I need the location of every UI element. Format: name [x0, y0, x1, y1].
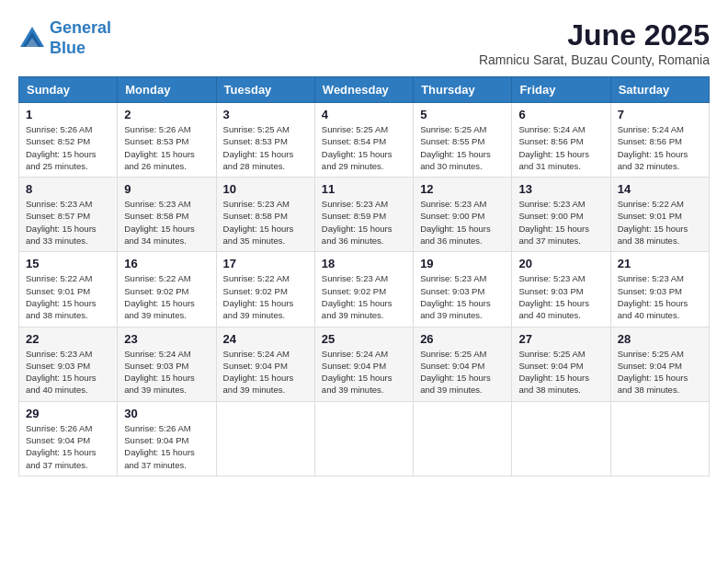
- day-number: 1: [26, 108, 110, 121]
- calendar-day-cell: 3Sunrise: 5:25 AM Sunset: 8:53 PM Daylig…: [216, 103, 314, 178]
- calendar-day-cell: 27Sunrise: 5:25 AM Sunset: 9:04 PM Dayli…: [512, 327, 610, 401]
- day-number: 6: [518, 108, 603, 121]
- day-info: Sunrise: 5:25 AM Sunset: 9:04 PM Dayligh…: [618, 348, 702, 396]
- calendar-day-cell: 18Sunrise: 5:23 AM Sunset: 9:02 PM Dayli…: [314, 252, 413, 327]
- day-number: 22: [26, 332, 110, 346]
- calendar-day-cell: 28Sunrise: 5:25 AM Sunset: 9:04 PM Dayli…: [610, 327, 709, 401]
- day-info: Sunrise: 5:23 AM Sunset: 8:58 PM Dayligh…: [124, 198, 209, 247]
- day-info: Sunrise: 5:24 AM Sunset: 9:04 PM Dayligh…: [322, 348, 406, 396]
- calendar-day-cell: 8Sunrise: 5:23 AM Sunset: 8:57 PM Daylig…: [19, 178, 118, 252]
- day-number: 5: [420, 108, 505, 121]
- day-number: 23: [124, 332, 209, 346]
- calendar-week-row: 29Sunrise: 5:26 AM Sunset: 9:04 PM Dayli…: [19, 401, 710, 476]
- calendar-empty-cell: [610, 401, 709, 476]
- day-info: Sunrise: 5:23 AM Sunset: 8:57 PM Dayligh…: [26, 198, 110, 247]
- day-number: 26: [420, 332, 505, 346]
- day-info: Sunrise: 5:25 AM Sunset: 9:04 PM Dayligh…: [518, 348, 603, 396]
- calendar-week-row: 22Sunrise: 5:23 AM Sunset: 9:03 PM Dayli…: [19, 327, 710, 401]
- day-number: 17: [223, 257, 308, 270]
- calendar-day-cell: 29Sunrise: 5:26 AM Sunset: 9:04 PM Dayli…: [19, 401, 118, 476]
- day-number: 29: [26, 407, 110, 420]
- day-info: Sunrise: 5:22 AM Sunset: 9:01 PM Dayligh…: [618, 198, 702, 247]
- day-number: 24: [223, 332, 308, 346]
- calendar-header-monday: Monday: [118, 77, 216, 103]
- calendar-week-row: 1Sunrise: 5:26 AM Sunset: 8:52 PM Daylig…: [19, 103, 710, 178]
- day-info: Sunrise: 5:22 AM Sunset: 9:02 PM Dayligh…: [124, 272, 209, 321]
- calendar-day-cell: 30Sunrise: 5:26 AM Sunset: 9:04 PM Dayli…: [118, 401, 216, 476]
- calendar-week-row: 15Sunrise: 5:22 AM Sunset: 9:01 PM Dayli…: [19, 252, 710, 327]
- calendar-empty-cell: [314, 401, 413, 476]
- day-number: 25: [322, 332, 406, 346]
- calendar-day-cell: 17Sunrise: 5:22 AM Sunset: 9:02 PM Dayli…: [216, 252, 314, 327]
- calendar-day-cell: 21Sunrise: 5:23 AM Sunset: 9:03 PM Dayli…: [610, 252, 709, 327]
- calendar-day-cell: 20Sunrise: 5:23 AM Sunset: 9:03 PM Dayli…: [512, 252, 610, 327]
- calendar-day-cell: 7Sunrise: 5:24 AM Sunset: 8:56 PM Daylig…: [610, 103, 709, 178]
- day-number: 20: [518, 257, 603, 270]
- calendar-day-cell: 14Sunrise: 5:22 AM Sunset: 9:01 PM Dayli…: [610, 178, 709, 252]
- day-number: 4: [322, 108, 406, 121]
- day-number: 16: [124, 257, 209, 270]
- day-number: 7: [618, 108, 702, 121]
- page-subtitle: Ramnicu Sarat, Buzau County, Romania: [479, 52, 710, 67]
- day-info: Sunrise: 5:26 AM Sunset: 8:52 PM Dayligh…: [26, 123, 110, 172]
- calendar-day-cell: 11Sunrise: 5:23 AM Sunset: 8:59 PM Dayli…: [314, 178, 413, 252]
- calendar-day-cell: 13Sunrise: 5:23 AM Sunset: 9:00 PM Dayli…: [512, 178, 610, 252]
- page-title: June 2025: [479, 18, 710, 52]
- calendar-day-cell: 16Sunrise: 5:22 AM Sunset: 9:02 PM Dayli…: [118, 252, 216, 327]
- logo-text: General Blue: [50, 18, 111, 58]
- day-info: Sunrise: 5:23 AM Sunset: 9:00 PM Dayligh…: [518, 198, 603, 247]
- calendar-day-cell: 4Sunrise: 5:25 AM Sunset: 8:54 PM Daylig…: [314, 103, 413, 178]
- day-info: Sunrise: 5:23 AM Sunset: 9:03 PM Dayligh…: [26, 348, 110, 396]
- logo-icon: [18, 25, 46, 52]
- day-info: Sunrise: 5:26 AM Sunset: 9:04 PM Dayligh…: [26, 422, 110, 471]
- calendar-week-row: 8Sunrise: 5:23 AM Sunset: 8:57 PM Daylig…: [19, 178, 710, 252]
- calendar-header-saturday: Saturday: [610, 77, 709, 103]
- calendar-day-cell: 19Sunrise: 5:23 AM Sunset: 9:03 PM Dayli…: [414, 252, 512, 327]
- day-number: 13: [518, 182, 603, 196]
- day-info: Sunrise: 5:23 AM Sunset: 9:03 PM Dayligh…: [618, 272, 702, 321]
- day-number: 11: [322, 182, 406, 196]
- day-info: Sunrise: 5:24 AM Sunset: 9:03 PM Dayligh…: [124, 348, 209, 396]
- day-info: Sunrise: 5:23 AM Sunset: 9:00 PM Dayligh…: [420, 198, 505, 247]
- day-info: Sunrise: 5:24 AM Sunset: 8:56 PM Dayligh…: [518, 123, 603, 172]
- calendar-day-cell: 12Sunrise: 5:23 AM Sunset: 9:00 PM Dayli…: [414, 178, 512, 252]
- day-info: Sunrise: 5:25 AM Sunset: 9:04 PM Dayligh…: [420, 348, 505, 396]
- day-number: 27: [518, 332, 603, 346]
- calendar-day-cell: 22Sunrise: 5:23 AM Sunset: 9:03 PM Dayli…: [19, 327, 118, 401]
- calendar-header-sunday: Sunday: [19, 77, 118, 103]
- day-number: 12: [420, 182, 505, 196]
- day-info: Sunrise: 5:23 AM Sunset: 8:58 PM Dayligh…: [223, 198, 308, 247]
- day-number: 8: [26, 182, 110, 196]
- page-header: General Blue June 2025 Ramnicu Sarat, Bu…: [18, 18, 710, 67]
- calendar-day-cell: 5Sunrise: 5:25 AM Sunset: 8:55 PM Daylig…: [414, 103, 512, 178]
- day-number: 3: [223, 108, 308, 121]
- calendar-day-cell: 6Sunrise: 5:24 AM Sunset: 8:56 PM Daylig…: [512, 103, 610, 178]
- day-number: 14: [618, 182, 702, 196]
- calendar-empty-cell: [414, 401, 512, 476]
- day-info: Sunrise: 5:25 AM Sunset: 8:55 PM Dayligh…: [420, 123, 505, 172]
- calendar-header-thursday: Thursday: [414, 77, 512, 103]
- calendar-day-cell: 9Sunrise: 5:23 AM Sunset: 8:58 PM Daylig…: [118, 178, 216, 252]
- calendar-day-cell: 23Sunrise: 5:24 AM Sunset: 9:03 PM Dayli…: [118, 327, 216, 401]
- day-info: Sunrise: 5:22 AM Sunset: 9:02 PM Dayligh…: [223, 272, 308, 321]
- day-info: Sunrise: 5:26 AM Sunset: 8:53 PM Dayligh…: [124, 123, 209, 172]
- calendar-empty-cell: [216, 401, 314, 476]
- calendar-header-wednesday: Wednesday: [314, 77, 413, 103]
- day-number: 2: [124, 108, 209, 121]
- day-info: Sunrise: 5:24 AM Sunset: 9:04 PM Dayligh…: [223, 348, 308, 396]
- day-number: 10: [223, 182, 308, 196]
- calendar-day-cell: 24Sunrise: 5:24 AM Sunset: 9:04 PM Dayli…: [216, 327, 314, 401]
- day-info: Sunrise: 5:25 AM Sunset: 8:53 PM Dayligh…: [223, 123, 308, 172]
- logo: General Blue: [18, 18, 111, 58]
- day-info: Sunrise: 5:22 AM Sunset: 9:01 PM Dayligh…: [26, 272, 110, 321]
- calendar-day-cell: 15Sunrise: 5:22 AM Sunset: 9:01 PM Dayli…: [19, 252, 118, 327]
- calendar-day-cell: 1Sunrise: 5:26 AM Sunset: 8:52 PM Daylig…: [19, 103, 118, 178]
- day-number: 18: [322, 257, 406, 270]
- calendar-header-tuesday: Tuesday: [216, 77, 314, 103]
- calendar-header-row: SundayMondayTuesdayWednesdayThursdayFrid…: [19, 77, 710, 103]
- day-info: Sunrise: 5:25 AM Sunset: 8:54 PM Dayligh…: [322, 123, 406, 172]
- calendar-empty-cell: [512, 401, 610, 476]
- calendar-table: SundayMondayTuesdayWednesdayThursdayFrid…: [18, 76, 710, 477]
- day-info: Sunrise: 5:23 AM Sunset: 9:03 PM Dayligh…: [518, 272, 603, 321]
- day-info: Sunrise: 5:23 AM Sunset: 8:59 PM Dayligh…: [322, 198, 406, 247]
